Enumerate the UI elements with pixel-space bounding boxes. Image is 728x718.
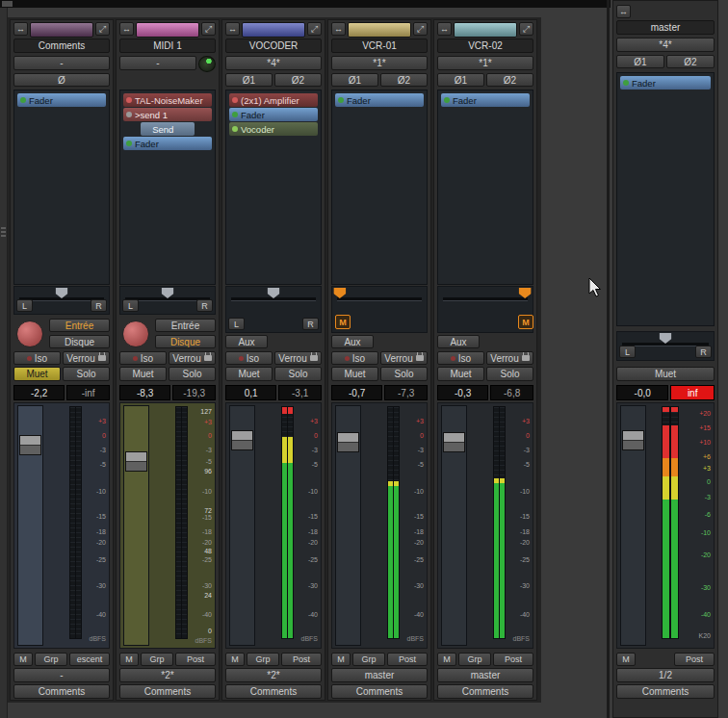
- processor-entry[interactable]: >send 1: [123, 108, 212, 121]
- track-color-bar[interactable]: [242, 22, 305, 38]
- comments-button[interactable]: Comments: [616, 684, 715, 699]
- monitor-disk-button[interactable]: Disque: [155, 335, 216, 348]
- solo-button[interactable]: Solo: [274, 367, 322, 381]
- metering-m-button[interactable]: M: [331, 653, 351, 666]
- processor-entry[interactable]: Vocoder: [229, 122, 318, 136]
- record-arm-button[interactable]: [16, 321, 43, 347]
- output-button[interactable]: 1/2: [616, 668, 715, 682]
- gain-display[interactable]: -0,3: [437, 385, 488, 400]
- gain-fader[interactable]: [441, 405, 467, 646]
- pan-widget[interactable]: L R: [616, 331, 715, 361]
- phase-2-button[interactable]: Ø2: [274, 73, 322, 87]
- meter-point-button[interactable]: Post: [175, 653, 216, 666]
- peak-display[interactable]: -6,8: [490, 385, 533, 400]
- output-button[interactable]: master: [437, 668, 533, 682]
- pan-widget[interactable]: L R: [119, 286, 216, 315]
- monitor-disk-button[interactable]: Disque: [49, 335, 110, 348]
- output-button[interactable]: -: [13, 668, 110, 682]
- group-button[interactable]: Grp: [247, 653, 279, 666]
- metering-m-button[interactable]: M: [119, 653, 139, 666]
- processor-entry[interactable]: Fader: [335, 93, 424, 107]
- trim-knob[interactable]: [198, 56, 216, 72]
- aux-button[interactable]: Aux: [225, 335, 268, 348]
- gain-display[interactable]: 0,1: [225, 385, 276, 400]
- processor-box[interactable]: Fader: [437, 90, 533, 285]
- pan-left-button[interactable]: L: [16, 299, 33, 312]
- input-button[interactable]: *4*: [616, 38, 715, 52]
- comments-button[interactable]: Comments: [225, 684, 322, 699]
- group-button[interactable]: Grp: [352, 653, 385, 666]
- fader-handle[interactable]: [125, 451, 147, 472]
- metering-m-button[interactable]: M: [13, 653, 33, 666]
- track-color-bar[interactable]: [136, 22, 199, 38]
- strip-width-button[interactable]: ↔: [616, 5, 631, 18]
- phase-1-button[interactable]: Ø1: [437, 73, 484, 87]
- isolate-button[interactable]: Iso: [331, 351, 378, 365]
- strip-expand-icon[interactable]: ⤢: [413, 22, 428, 36]
- input-button[interactable]: *4*: [225, 56, 322, 70]
- pan-widget[interactable]: M: [437, 286, 533, 333]
- processor-entry[interactable]: Fader: [620, 76, 711, 90]
- processor-entry[interactable]: Fader: [123, 137, 212, 150]
- track-name-button[interactable]: VOCODER: [225, 38, 322, 53]
- lock-button[interactable]: Verrou: [169, 351, 216, 365]
- processor-box[interactable]: TAL-NoiseMaker>send 1SendFader: [119, 90, 216, 285]
- meter-point-button[interactable]: Post: [493, 653, 533, 666]
- comments-button[interactable]: Comments: [13, 684, 110, 699]
- track-color-bar[interactable]: [454, 22, 517, 38]
- processor-entry[interactable]: Send: [141, 122, 195, 136]
- processor-entry[interactable]: Fader: [17, 93, 106, 107]
- peak-display[interactable]: -inf: [66, 385, 110, 400]
- lock-button[interactable]: Verrou: [63, 351, 110, 365]
- processor-entry[interactable]: Fader: [229, 108, 318, 121]
- fader-handle[interactable]: [622, 430, 644, 450]
- solo-button[interactable]: Solo: [169, 367, 216, 381]
- aux-button[interactable]: Aux: [331, 335, 374, 348]
- pan-right-button[interactable]: R: [302, 318, 319, 330]
- group-button[interactable]: Grp: [35, 653, 67, 666]
- metering-m-button[interactable]: M: [437, 653, 456, 666]
- mute-button[interactable]: Muet: [616, 367, 715, 381]
- pan-left-button[interactable]: L: [228, 318, 245, 330]
- track-color-bar[interactable]: [30, 22, 93, 38]
- gain-display[interactable]: -2,2: [13, 385, 65, 400]
- top-scrollbar-thumb[interactable]: [2, 1, 13, 7]
- strip-expand-icon[interactable]: ⤢: [519, 22, 533, 36]
- processor-entry[interactable]: TAL-NoiseMaker: [123, 93, 212, 107]
- gain-display[interactable]: -8,3: [119, 385, 170, 400]
- strip-expand-icon[interactable]: ⤢: [95, 22, 110, 36]
- processor-box[interactable]: Fader: [331, 90, 428, 285]
- mute-button[interactable]: Muet: [119, 367, 167, 381]
- strip-width-button[interactable]: ↔: [13, 22, 28, 36]
- strip-width-button[interactable]: ↔: [437, 22, 452, 36]
- solo-button[interactable]: Solo: [486, 367, 533, 381]
- track-name-button[interactable]: MIDI 1: [119, 38, 216, 53]
- track-name-button[interactable]: Comments: [13, 38, 110, 53]
- strip-expand-icon[interactable]: ⤢: [201, 22, 216, 36]
- processor-box[interactable]: Fader: [616, 72, 715, 326]
- peak-display[interactable]: inf: [670, 385, 715, 400]
- fader-handle[interactable]: [443, 432, 465, 452]
- phase-2-button[interactable]: Ø2: [666, 55, 715, 68]
- pan-right-button[interactable]: R: [695, 346, 712, 358]
- solo-button[interactable]: Solo: [380, 367, 428, 381]
- pan-right-button[interactable]: R: [196, 299, 213, 312]
- strip-width-button[interactable]: ↔: [331, 22, 346, 36]
- comments-button[interactable]: Comments: [437, 684, 533, 699]
- fader-handle[interactable]: [231, 430, 253, 450]
- mute-button[interactable]: Muet: [13, 367, 61, 381]
- peak-display[interactable]: -3,1: [278, 385, 322, 400]
- phase-2-button[interactable]: Ø2: [486, 73, 533, 87]
- gain-fader[interactable]: [335, 405, 361, 646]
- peak-display[interactable]: -7,3: [384, 385, 428, 400]
- processor-box[interactable]: Fader: [13, 90, 110, 285]
- output-button[interactable]: *2*: [119, 668, 216, 682]
- fader-handle[interactable]: [19, 435, 41, 455]
- pan-mono-button[interactable]: M: [518, 315, 533, 329]
- processor-entry[interactable]: Fader: [441, 93, 530, 107]
- aux-button[interactable]: Aux: [437, 335, 480, 348]
- isolate-button[interactable]: Iso: [119, 351, 167, 365]
- isolate-button[interactable]: Iso: [13, 351, 61, 365]
- strip-width-button[interactable]: ↔: [225, 22, 240, 36]
- gain-fader[interactable]: [229, 405, 255, 646]
